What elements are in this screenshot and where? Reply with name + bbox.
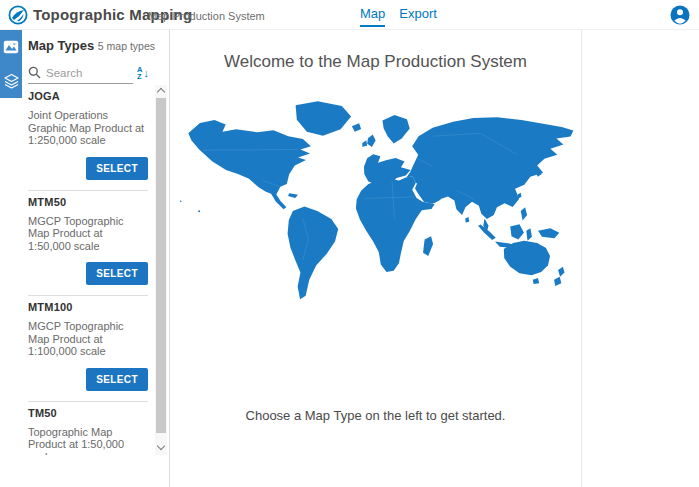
map-type-list: JOGA Joint Operations Graphic Map Produc… [0, 85, 152, 455]
main-tabs: Map Export [360, 0, 437, 30]
map-type-name: JOGA [28, 90, 148, 102]
right-empty-area [583, 30, 699, 487]
welcome-title: Welcome to the Map Production System [170, 52, 581, 72]
map-type-name: MTM50 [28, 196, 148, 208]
map-type-item: MTM100 MGCP Topographic Map Product at 1… [28, 296, 148, 402]
map-type-item: TM50 Topographic Map Product at 1:50,000… [28, 402, 148, 456]
scrollbar-thumb[interactable] [156, 98, 166, 433]
search-box [28, 62, 133, 84]
tab-map[interactable]: Map [360, 0, 385, 30]
map-types-panel: Map Types 5 map types AZ ↓ JOGA Joint Op… [0, 30, 170, 487]
map-type-description: Topographic Map Product at 1:50,000 scal… [28, 426, 148, 456]
select-button[interactable]: SELECT [86, 262, 148, 285]
map-type-item: MTM50 MGCP Topographic Map Product at 1:… [28, 191, 148, 297]
select-button[interactable]: SELECT [86, 368, 148, 391]
map-type-description: MGCP Topographic Map Product at 1:50,000… [28, 215, 148, 253]
scroll-down-icon[interactable] [157, 442, 165, 450]
map-type-name: TM50 [28, 407, 148, 419]
welcome-panel: Welcome to the Map Production System [170, 30, 582, 487]
map-type-item: JOGA Joint Operations Graphic Map Produc… [28, 85, 148, 191]
layers-icon[interactable] [0, 64, 22, 98]
map-panel-icon[interactable] [0, 30, 22, 64]
panel-toolbar [0, 30, 22, 98]
tab-export[interactable]: Export [399, 0, 437, 30]
panel-header: Map Types 5 map types [28, 38, 155, 53]
search-icon [28, 66, 41, 79]
map-type-description: MGCP Topographic Map Product at 1:100,00… [28, 320, 148, 358]
sort-alpha-down-icon[interactable]: AZ ↓ [137, 64, 155, 82]
account-icon[interactable] [670, 5, 690, 25]
map-type-name: MTM100 [28, 301, 148, 313]
panel-title: Map Types [28, 38, 94, 53]
scroll-up-icon[interactable] [157, 88, 165, 96]
helper-text: Choose a Map Type on the left to get sta… [170, 408, 581, 423]
select-button[interactable]: SELECT [86, 157, 148, 180]
search-input[interactable] [46, 67, 126, 79]
map-type-count: 5 map types [98, 40, 155, 52]
app-window: Topographic Mapping Map Production Syste… [0, 0, 699, 487]
sidebar-scrollbar[interactable] [155, 85, 167, 455]
world-map [175, 98, 577, 307]
app-subtitle: Map Production System [148, 10, 265, 22]
app-logo-icon [8, 5, 28, 25]
map-type-description: Joint Operations Graphic Map Product at … [28, 109, 148, 147]
app-header: Topographic Mapping Map Production Syste… [0, 0, 699, 30]
